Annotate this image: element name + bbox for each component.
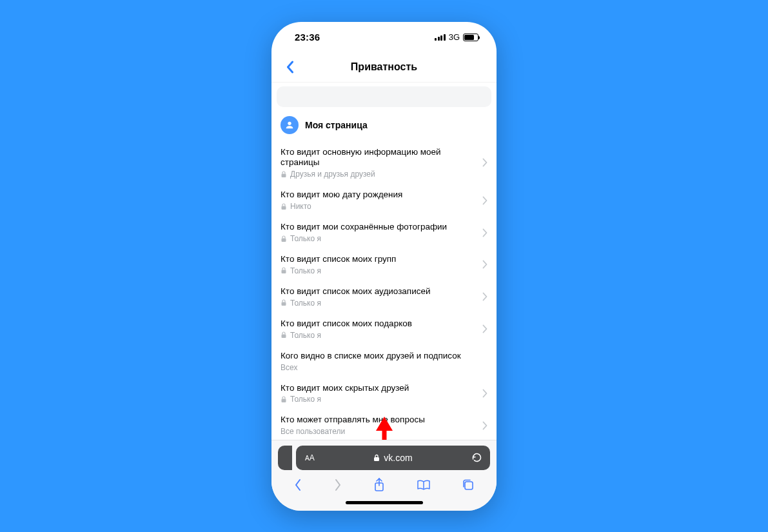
settings-list: Кто видит основную информацию моей стран…	[271, 142, 497, 440]
reload-icon	[471, 452, 482, 463]
browser-chrome: AA vk.com	[271, 440, 497, 511]
setting-value-text: Друзья и друзья друзей	[290, 170, 375, 179]
svg-rect-6	[282, 335, 286, 339]
aa-text-size-button[interactable]: AA	[305, 453, 315, 462]
status-time: 23:36	[295, 32, 320, 43]
lock-icon	[281, 332, 287, 339]
chevron-right-icon	[482, 196, 487, 205]
setting-row[interactable]: Кого видно в списке моих друзей и подпис…	[271, 346, 497, 378]
book-icon	[417, 479, 431, 491]
setting-row[interactable]: Кто видит список моих группТолько я	[271, 249, 497, 281]
status-bar: 23:36 3G	[271, 22, 497, 53]
setting-value-text: Только я	[290, 395, 321, 404]
nav-back-button[interactable]	[293, 478, 302, 491]
setting-value-text: Только я	[290, 234, 321, 243]
setting-value-text: Только я	[290, 266, 321, 275]
svg-rect-2	[282, 206, 286, 210]
content-top-spacer	[277, 86, 491, 107]
reload-button[interactable]	[471, 452, 482, 463]
setting-text: Кто видит список моих подарковТолько я	[281, 319, 475, 340]
chevron-right-icon	[333, 478, 342, 491]
lock-icon	[281, 268, 287, 274]
network-label: 3G	[449, 32, 460, 42]
setting-text: Кто может отправлять мне вопросыВсе поль…	[281, 415, 475, 436]
setting-label: Кто может отправлять мне вопросы	[281, 415, 475, 426]
nav-header: Приватность	[271, 53, 497, 83]
setting-value-text: Только я	[290, 331, 321, 340]
setting-text: Кто видит мои сохранённые фотографииТоль…	[281, 222, 475, 243]
setting-text: Кого видно в списке моих друзей и подпис…	[281, 351, 487, 372]
setting-label: Кто видит список моих групп	[281, 254, 475, 265]
setting-value: Всех	[281, 363, 487, 372]
back-button[interactable]	[278, 53, 301, 82]
chevron-right-icon	[482, 158, 487, 167]
chevron-right-icon	[482, 389, 487, 398]
svg-point-0	[288, 121, 291, 124]
bookmarks-button[interactable]	[417, 479, 431, 491]
lock-icon	[281, 396, 287, 402]
setting-value: Друзья и друзья друзей	[281, 170, 475, 179]
setting-row[interactable]: Кто видит моих скрытых друзейТолько я	[271, 378, 497, 410]
chevron-left-icon	[286, 61, 294, 74]
svg-rect-5	[282, 302, 286, 306]
section-header: Моя страница	[271, 113, 497, 142]
chevron-right-icon	[482, 292, 487, 301]
svg-rect-1	[282, 173, 286, 177]
chevron-right-icon	[482, 260, 487, 269]
chevron-right-icon	[482, 228, 487, 237]
setting-value: Никто	[281, 202, 475, 211]
setting-value-text: Только я	[290, 299, 321, 308]
setting-value: Только я	[281, 331, 475, 340]
svg-rect-3	[282, 238, 286, 242]
chevron-right-icon	[482, 324, 487, 333]
lock-icon	[373, 454, 380, 462]
setting-row[interactable]: Кто видит список моих подарковТолько я	[271, 313, 497, 346]
tabs-icon	[462, 478, 475, 491]
setting-text: Кто видит основную информацию моей стран…	[281, 147, 475, 179]
nav-forward-button[interactable]	[333, 478, 342, 491]
chevron-left-icon	[293, 478, 302, 491]
section-title: Моя страница	[305, 120, 368, 130]
setting-value: Все пользователи	[281, 427, 475, 436]
tabs-button[interactable]	[462, 478, 475, 491]
setting-value-text: Никто	[290, 202, 311, 211]
setting-value: Только я	[281, 266, 475, 275]
page-title: Приватность	[351, 61, 417, 73]
signal-icon	[435, 34, 446, 41]
setting-value: Только я	[281, 234, 475, 243]
lock-icon	[281, 171, 287, 177]
phone-frame: 23:36 3G Приватность Моя страница Кто ви…	[271, 22, 497, 511]
safari-toolbar	[278, 470, 490, 500]
setting-label: Кто видит основную информацию моей стран…	[281, 147, 475, 169]
setting-label: Кто видит мою дату рождения	[281, 190, 475, 201]
setting-row[interactable]: Кто видит мои сохранённые фотографииТоль…	[271, 217, 497, 249]
chevron-right-icon	[482, 421, 487, 430]
sidebar-toggle-button[interactable]	[278, 446, 292, 470]
svg-rect-14	[465, 482, 473, 489]
home-indicator[interactable]	[346, 501, 423, 504]
setting-label: Кто видит мои сохранённые фотографии	[281, 222, 475, 233]
lock-icon	[281, 300, 287, 306]
url-row: AA vk.com	[278, 446, 490, 470]
lock-icon	[281, 203, 287, 210]
battery-icon	[463, 34, 478, 41]
content-area[interactable]: Моя страница Кто видит основную информац…	[271, 83, 497, 440]
setting-row[interactable]: Кто видит мою дату рожденияНикто	[271, 184, 497, 217]
share-button[interactable]	[373, 478, 385, 492]
url-host: vk.com	[373, 453, 412, 463]
setting-label: Кто видит моих скрытых друзей	[281, 383, 475, 394]
setting-text: Кто видит моих скрытых друзейТолько я	[281, 383, 475, 404]
setting-text: Кто видит список моих группТолько я	[281, 254, 475, 275]
svg-rect-10	[374, 457, 379, 461]
url-bar[interactable]: AA vk.com	[296, 446, 490, 470]
setting-row[interactable]: Кто видит основную информацию моей стран…	[271, 142, 497, 185]
setting-value: Только я	[281, 299, 475, 308]
svg-rect-4	[282, 270, 286, 274]
setting-text: Кто видит список моих аудиозаписейТолько…	[281, 286, 475, 308]
setting-label: Кто видит список моих аудиозаписей	[281, 286, 475, 297]
setting-row[interactable]: Кто видит список моих аудиозаписейТолько…	[271, 281, 497, 313]
setting-label: Кто видит список моих подарков	[281, 319, 475, 330]
setting-row[interactable]: Кто может отправлять мне вопросыВсе поль…	[271, 409, 497, 439]
profile-icon	[281, 116, 299, 134]
share-icon	[373, 478, 385, 492]
